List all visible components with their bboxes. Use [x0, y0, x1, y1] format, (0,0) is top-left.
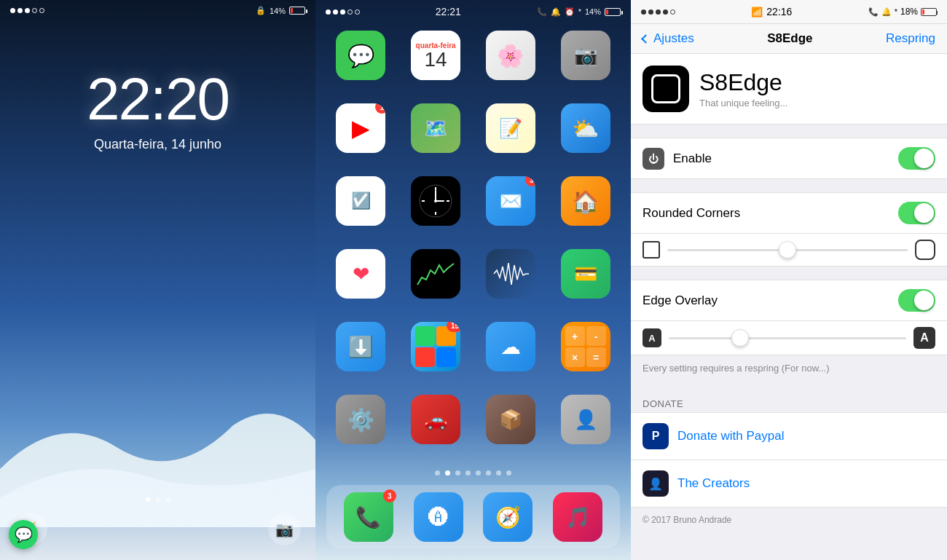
- app-cydia[interactable]: 📦: [479, 395, 543, 457]
- page-dot-2: [156, 497, 160, 502]
- home-page-dot-1: [435, 470, 440, 476]
- settings-battery-pct: 18%: [900, 7, 918, 17]
- home-page-dot-4: [465, 470, 471, 476]
- settings-phone-icon: 📞: [868, 7, 879, 17]
- respring-button[interactable]: Respring: [886, 31, 935, 46]
- creators-icon: 👤: [643, 470, 669, 497]
- enable-toggle-knob: [914, 149, 934, 168]
- app-icloud[interactable]: ☁: [479, 322, 543, 384]
- home-page-dot-5: [476, 470, 481, 476]
- signal-dot-1: [10, 8, 15, 13]
- rounded-corners-slider[interactable]: [667, 249, 908, 251]
- home-alarm-icon: ⏰: [565, 7, 575, 17]
- telegram-badge: 15: [447, 322, 460, 332]
- edge-overlay-row: Edge Overlay: [631, 280, 947, 321]
- settings-time: 22:16: [766, 6, 792, 17]
- app-download[interactable]: ⬇️: [329, 322, 393, 384]
- enable-section: ⏻ Enable: [631, 138, 947, 179]
- enable-row: ⏻ Enable: [631, 138, 947, 179]
- s8edge-subtitle: That unique feeling...: [699, 98, 787, 109]
- edge-overlay-slider-row: A A: [631, 321, 947, 355]
- creators-row[interactable]: 👤 The Creators: [631, 460, 947, 508]
- signal-dot-4: [32, 8, 37, 13]
- nav-title: S8Edge: [767, 31, 812, 46]
- youtube-badge: 1: [375, 103, 385, 114]
- home-time: 22:21: [436, 6, 461, 17]
- app-wallet[interactable]: 💳: [553, 249, 618, 312]
- donate-header: DONATE: [631, 394, 947, 412]
- page-dot-3: [166, 497, 170, 502]
- home-page-dot-3: [455, 470, 460, 476]
- app-messages[interactable]: 💬: [329, 31, 393, 93]
- mail-badge: 3: [525, 176, 535, 186]
- app-contacts[interactable]: 👤: [553, 395, 618, 457]
- enable-toggle[interactable]: [898, 147, 935, 170]
- app-notes[interactable]: 📝: [479, 103, 543, 166]
- home-signal-1: [326, 9, 331, 15]
- app-weather[interactable]: ⛅: [553, 103, 618, 166]
- rounded-corners-thumb[interactable]: [779, 241, 796, 259]
- whatsapp-fab[interactable]: 💬: [9, 520, 38, 549]
- app-home[interactable]: 🏠: [553, 176, 618, 239]
- dock-phone[interactable]: 📞 3: [344, 492, 393, 542]
- settings-notif-icon: 🔔: [881, 7, 892, 17]
- app-settings[interactable]: ⚙️: [329, 395, 393, 457]
- app-tomtom[interactable]: 🚗: [404, 395, 468, 457]
- app-voice-memos[interactable]: [479, 249, 543, 312]
- app-mail[interactable]: ✉️ 3: [479, 176, 543, 239]
- enable-icon: ⏻: [643, 148, 664, 170]
- settings-bt-icon: *: [895, 7, 897, 16]
- dock-appstore[interactable]: 🅐: [414, 492, 463, 542]
- paypal-icon: P: [643, 423, 669, 449]
- edge-overlay-slider[interactable]: [669, 337, 906, 339]
- app-youtube[interactable]: ▶ 1: [329, 103, 393, 166]
- app-grid: 💬 quarta-feira 14 🌸 📷 ▶ 1: [315, 23, 631, 465]
- rounded-corners-toggle[interactable]: [898, 202, 935, 224]
- svg-point-8: [434, 200, 437, 202]
- app-photos[interactable]: 🌸: [479, 31, 543, 93]
- home-signal-2: [333, 9, 338, 15]
- edge-overlay-thumb[interactable]: [731, 329, 749, 347]
- app-maps[interactable]: 🗺️: [404, 103, 468, 166]
- settings-note: Every setting requires a respring (For n…: [631, 355, 947, 381]
- paypal-row[interactable]: P Donate with Paypal: [631, 412, 947, 460]
- app-stocks[interactable]: [404, 249, 468, 312]
- app-reminders[interactable]: ☑️: [329, 176, 393, 239]
- edge-overlay-section: Edge Overlay A A: [631, 280, 947, 355]
- home-signal-3: [340, 9, 345, 15]
- app-clock[interactable]: [404, 176, 468, 239]
- signal-dot-2: [17, 8, 23, 13]
- lock-status-right: 🔒 14%: [256, 6, 305, 15]
- s8edge-header: S8Edge That unique feeling...: [631, 54, 947, 125]
- rounded-corners-knob: [914, 203, 934, 223]
- home-notifications-icon: 🔔: [551, 7, 561, 17]
- edge-overlay-toggle[interactable]: [898, 289, 935, 312]
- app-calendar[interactable]: quarta-feira 14: [404, 31, 468, 93]
- settings-signal-2: [648, 9, 653, 15]
- settings-signal-5: [670, 9, 675, 15]
- lock-date: Quarta-feira, 14 junho: [94, 137, 221, 152]
- corners-small-icon: [643, 241, 660, 259]
- copyright: © 2017 Bruno Andrade: [631, 508, 947, 532]
- camera-shortcut-icon[interactable]: 📷: [268, 513, 301, 545]
- lock-status-bar: 🔒 14%: [0, 0, 315, 21]
- app-telegram[interactable]: 15: [404, 322, 468, 384]
- app-camera[interactable]: 📷: [553, 31, 618, 93]
- app-calculator[interactable]: + - × =: [553, 322, 618, 384]
- app-health[interactable]: ❤: [329, 249, 393, 312]
- creators-label: The Creators: [677, 476, 750, 491]
- rounded-corners-section: Rounded Corners: [631, 192, 947, 267]
- settings-wifi-icon: 📶: [751, 7, 763, 17]
- rounded-corners-slider-row: [631, 234, 947, 267]
- rounded-corners-label: Rounded Corners: [643, 206, 889, 221]
- s8edge-icon-inner: [651, 74, 680, 103]
- home-page-dot-8: [506, 470, 511, 476]
- dock-safari[interactable]: 🧭: [483, 492, 533, 542]
- snow-landscape: [0, 382, 315, 527]
- home-page-dot-7: [496, 470, 501, 476]
- edge-overlay-label: Edge Overlay: [643, 293, 889, 308]
- settings-signal-4: [663, 9, 668, 15]
- lock-icon: 🔒: [256, 6, 266, 15]
- dock-music[interactable]: 🎵: [553, 492, 602, 542]
- back-button[interactable]: Ajustes: [643, 31, 694, 46]
